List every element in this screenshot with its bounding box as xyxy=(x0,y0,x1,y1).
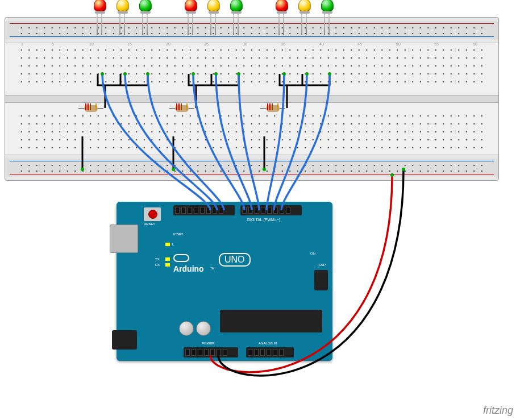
power-rail-bottom xyxy=(5,159,498,177)
led-green-1 xyxy=(138,0,153,27)
led-red-2 xyxy=(184,0,198,27)
col-num: 50 xyxy=(396,42,401,46)
tm-label: TM xyxy=(210,267,214,270)
power-header[interactable] xyxy=(184,347,238,357)
model-label: UNO xyxy=(219,253,251,267)
resistor-1 xyxy=(80,107,102,110)
atmega-chip xyxy=(220,310,322,332)
col-num: 5 xyxy=(52,42,54,46)
tx-label: TX xyxy=(155,257,160,261)
col-num: 20 xyxy=(166,42,170,46)
col-num: 1 xyxy=(21,42,23,46)
on-label: ON xyxy=(310,252,315,255)
rx-label: RX xyxy=(155,263,160,267)
col-num: 25 xyxy=(204,42,209,46)
icsp-label: ICSP xyxy=(318,263,326,267)
digital-header-right[interactable] xyxy=(240,205,302,215)
breadboard-main: 1 5 10 15 20 25 30 35 40 45 50 55 60 xyxy=(5,43,498,155)
analog-label: ANALOG IN xyxy=(259,342,277,345)
led-yellow-1 xyxy=(115,0,130,27)
resistor-2 xyxy=(170,107,193,110)
power-rail-top xyxy=(5,21,498,39)
rx-led-icon xyxy=(165,263,170,267)
icsp-header[interactable] xyxy=(314,270,328,290)
brand-label: Arduino xyxy=(173,264,204,273)
col-num: 60 xyxy=(473,42,477,46)
usb-port xyxy=(110,224,138,253)
icsp2-label: ICSP2 xyxy=(173,232,183,236)
led-green-3 xyxy=(320,0,335,27)
arduino-uno-board: RESET ICSP2 DIGITAL (PWM=~) POWER ANALOG… xyxy=(117,202,332,361)
col-num: 45 xyxy=(357,42,362,46)
l-led-icon xyxy=(165,243,170,246)
reset-button[interactable] xyxy=(144,207,161,221)
power-label: POWER xyxy=(202,342,215,345)
arduino-logo-icon xyxy=(173,253,192,262)
l-label: L xyxy=(172,243,174,246)
col-num: 40 xyxy=(319,42,324,46)
col-num: 30 xyxy=(243,42,247,46)
col-num: 55 xyxy=(434,42,439,46)
col-num: 35 xyxy=(281,42,285,46)
analog-header[interactable] xyxy=(246,347,294,357)
power-jack xyxy=(112,330,137,350)
col-num: 15 xyxy=(127,42,132,46)
reset-label: RESET xyxy=(144,222,155,226)
led-yellow-2 xyxy=(206,0,221,27)
capacitors xyxy=(179,321,213,338)
led-yellow-3 xyxy=(297,0,312,27)
led-green-2 xyxy=(229,0,244,27)
col-num: 10 xyxy=(89,42,94,46)
watermark: fritzing xyxy=(483,405,513,417)
digital-header-left[interactable] xyxy=(173,205,235,215)
led-red-1 xyxy=(93,0,107,27)
resistor-3 xyxy=(261,107,284,110)
breadboard: 1 5 10 15 20 25 30 35 40 45 50 55 60 xyxy=(5,17,499,181)
led-red-3 xyxy=(274,0,289,27)
tx-led-icon xyxy=(165,257,170,261)
digital-label: DIGITAL (PWM=~) xyxy=(247,218,280,222)
